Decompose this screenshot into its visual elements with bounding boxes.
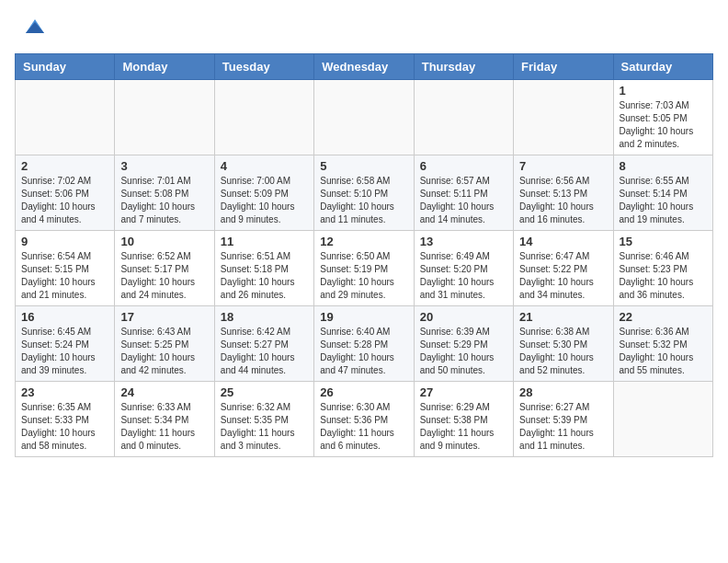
- day-number: 16: [21, 310, 108, 324]
- weekday-header-tuesday: Tuesday: [214, 54, 313, 80]
- calendar-cell: 11Sunrise: 6:51 AM Sunset: 5:18 PM Dayli…: [214, 231, 313, 306]
- calendar-cell: 13Sunrise: 6:49 AM Sunset: 5:20 PM Dayli…: [414, 231, 513, 306]
- day-number: 27: [420, 385, 507, 399]
- calendar-table: SundayMondayTuesdayWednesdayThursdayFrid…: [15, 53, 713, 457]
- day-number: 15: [620, 235, 707, 248]
- page-header: [15, 15, 713, 42]
- day-number: 9: [21, 235, 108, 248]
- day-number: 20: [420, 310, 507, 324]
- cell-content: Sunrise: 6:51 AM Sunset: 5:18 PM Dayligh…: [221, 250, 308, 302]
- day-number: 5: [320, 159, 407, 173]
- cell-content: Sunrise: 6:50 AM Sunset: 5:19 PM Dayligh…: [320, 250, 407, 302]
- calendar-week-1: 1Sunrise: 7:03 AM Sunset: 5:05 PM Daylig…: [16, 80, 713, 155]
- day-number: 26: [320, 385, 407, 399]
- calendar-cell: 9Sunrise: 6:54 AM Sunset: 5:15 PM Daylig…: [16, 231, 115, 306]
- calendar-cell: 15Sunrise: 6:46 AM Sunset: 5:23 PM Dayli…: [613, 231, 712, 306]
- day-number: 28: [519, 385, 607, 399]
- calendar-cell: [115, 80, 214, 155]
- calendar-week-5: 23Sunrise: 6:35 AM Sunset: 5:33 PM Dayli…: [16, 382, 713, 457]
- cell-content: Sunrise: 6:29 AM Sunset: 5:38 PM Dayligh…: [420, 401, 507, 453]
- calendar-cell: [214, 80, 313, 155]
- calendar-cell: 8Sunrise: 6:55 AM Sunset: 5:14 PM Daylig…: [613, 155, 712, 231]
- calendar-cell: [514, 80, 613, 155]
- day-number: 10: [120, 235, 208, 248]
- weekday-header-row: SundayMondayTuesdayWednesdayThursdayFrid…: [16, 54, 713, 80]
- calendar-cell: 14Sunrise: 6:47 AM Sunset: 5:22 PM Dayli…: [514, 231, 613, 306]
- cell-content: Sunrise: 7:02 AM Sunset: 5:06 PM Dayligh…: [21, 175, 108, 226]
- cell-content: Sunrise: 7:03 AM Sunset: 5:05 PM Dayligh…: [620, 99, 707, 151]
- cell-content: Sunrise: 6:52 AM Sunset: 5:17 PM Dayligh…: [120, 250, 208, 302]
- cell-content: Sunrise: 6:57 AM Sunset: 5:11 PM Dayligh…: [420, 175, 507, 226]
- calendar-cell: 6Sunrise: 6:57 AM Sunset: 5:11 PM Daylig…: [414, 155, 513, 231]
- day-number: 11: [221, 235, 308, 248]
- cell-content: Sunrise: 6:33 AM Sunset: 5:34 PM Dayligh…: [120, 401, 208, 453]
- cell-content: Sunrise: 6:39 AM Sunset: 5:29 PM Dayligh…: [420, 326, 507, 377]
- day-number: 25: [221, 385, 308, 399]
- calendar-cell: 27Sunrise: 6:29 AM Sunset: 5:38 PM Dayli…: [414, 382, 513, 457]
- calendar-cell: 5Sunrise: 6:58 AM Sunset: 5:10 PM Daylig…: [314, 155, 414, 231]
- logo: [15, 15, 44, 42]
- cell-content: Sunrise: 6:56 AM Sunset: 5:13 PM Dayligh…: [519, 175, 607, 226]
- cell-content: Sunrise: 6:55 AM Sunset: 5:14 PM Dayligh…: [620, 175, 707, 226]
- calendar-cell: [414, 80, 513, 155]
- calendar-week-2: 2Sunrise: 7:02 AM Sunset: 5:06 PM Daylig…: [16, 155, 713, 231]
- cell-content: Sunrise: 6:43 AM Sunset: 5:25 PM Dayligh…: [120, 326, 208, 377]
- calendar-cell: 24Sunrise: 6:33 AM Sunset: 5:34 PM Dayli…: [115, 382, 214, 457]
- calendar-cell: 7Sunrise: 6:56 AM Sunset: 5:13 PM Daylig…: [514, 155, 613, 231]
- cell-content: Sunrise: 6:38 AM Sunset: 5:30 PM Dayligh…: [519, 326, 607, 377]
- day-number: 14: [519, 235, 607, 248]
- weekday-header-friday: Friday: [514, 54, 613, 80]
- calendar-cell: 22Sunrise: 6:36 AM Sunset: 5:32 PM Dayli…: [613, 306, 712, 382]
- cell-content: Sunrise: 6:58 AM Sunset: 5:10 PM Dayligh…: [320, 175, 407, 226]
- calendar-cell: 20Sunrise: 6:39 AM Sunset: 5:29 PM Dayli…: [414, 306, 513, 382]
- cell-content: Sunrise: 6:49 AM Sunset: 5:20 PM Dayligh…: [420, 250, 507, 302]
- calendar-cell: 4Sunrise: 7:00 AM Sunset: 5:09 PM Daylig…: [214, 155, 313, 231]
- weekday-header-wednesday: Wednesday: [314, 54, 414, 80]
- logo-icon: [17, 15, 44, 42]
- cell-content: Sunrise: 7:00 AM Sunset: 5:09 PM Dayligh…: [221, 175, 308, 226]
- calendar-cell: 3Sunrise: 7:01 AM Sunset: 5:08 PM Daylig…: [115, 155, 214, 231]
- calendar-cell: 2Sunrise: 7:02 AM Sunset: 5:06 PM Daylig…: [16, 155, 115, 231]
- day-number: 21: [519, 310, 607, 324]
- day-number: 1: [620, 84, 707, 98]
- day-number: 17: [120, 310, 208, 324]
- calendar-cell: 17Sunrise: 6:43 AM Sunset: 5:25 PM Dayli…: [115, 306, 214, 382]
- day-number: 3: [120, 159, 208, 173]
- calendar-cell: 10Sunrise: 6:52 AM Sunset: 5:17 PM Dayli…: [115, 231, 214, 306]
- cell-content: Sunrise: 6:42 AM Sunset: 5:27 PM Dayligh…: [221, 326, 308, 377]
- calendar-week-3: 9Sunrise: 6:54 AM Sunset: 5:15 PM Daylig…: [16, 231, 713, 306]
- calendar-cell: 21Sunrise: 6:38 AM Sunset: 5:30 PM Dayli…: [514, 306, 613, 382]
- cell-content: Sunrise: 7:01 AM Sunset: 5:08 PM Dayligh…: [120, 175, 208, 226]
- day-number: 19: [320, 310, 407, 324]
- calendar-cell: [16, 80, 115, 155]
- day-number: 6: [420, 159, 507, 173]
- calendar-cell: 23Sunrise: 6:35 AM Sunset: 5:33 PM Dayli…: [16, 382, 115, 457]
- day-number: 7: [519, 159, 607, 173]
- calendar-cell: 18Sunrise: 6:42 AM Sunset: 5:27 PM Dayli…: [214, 306, 313, 382]
- cell-content: Sunrise: 6:54 AM Sunset: 5:15 PM Dayligh…: [21, 250, 108, 302]
- calendar-cell: 25Sunrise: 6:32 AM Sunset: 5:35 PM Dayli…: [214, 382, 313, 457]
- cell-content: Sunrise: 6:32 AM Sunset: 5:35 PM Dayligh…: [221, 401, 308, 453]
- calendar-cell: 26Sunrise: 6:30 AM Sunset: 5:36 PM Dayli…: [314, 382, 414, 457]
- day-number: 23: [21, 385, 108, 399]
- weekday-header-monday: Monday: [115, 54, 214, 80]
- calendar-cell: 28Sunrise: 6:27 AM Sunset: 5:39 PM Dayli…: [514, 382, 613, 457]
- calendar-cell: 19Sunrise: 6:40 AM Sunset: 5:28 PM Dayli…: [314, 306, 414, 382]
- calendar-cell: [314, 80, 414, 155]
- day-number: 24: [120, 385, 208, 399]
- day-number: 22: [620, 310, 707, 324]
- weekday-header-sunday: Sunday: [16, 54, 115, 80]
- day-number: 2: [21, 159, 108, 173]
- day-number: 8: [620, 159, 707, 173]
- cell-content: Sunrise: 6:45 AM Sunset: 5:24 PM Dayligh…: [21, 326, 108, 377]
- cell-content: Sunrise: 6:27 AM Sunset: 5:39 PM Dayligh…: [519, 401, 607, 453]
- day-number: 4: [221, 159, 308, 173]
- calendar-week-4: 16Sunrise: 6:45 AM Sunset: 5:24 PM Dayli…: [16, 306, 713, 382]
- cell-content: Sunrise: 6:40 AM Sunset: 5:28 PM Dayligh…: [320, 326, 407, 377]
- cell-content: Sunrise: 6:36 AM Sunset: 5:32 PM Dayligh…: [620, 326, 707, 377]
- calendar-cell: 16Sunrise: 6:45 AM Sunset: 5:24 PM Dayli…: [16, 306, 115, 382]
- cell-content: Sunrise: 6:47 AM Sunset: 5:22 PM Dayligh…: [519, 250, 607, 302]
- cell-content: Sunrise: 6:46 AM Sunset: 5:23 PM Dayligh…: [620, 250, 707, 302]
- calendar-cell: [613, 382, 712, 457]
- weekday-header-thursday: Thursday: [414, 54, 513, 80]
